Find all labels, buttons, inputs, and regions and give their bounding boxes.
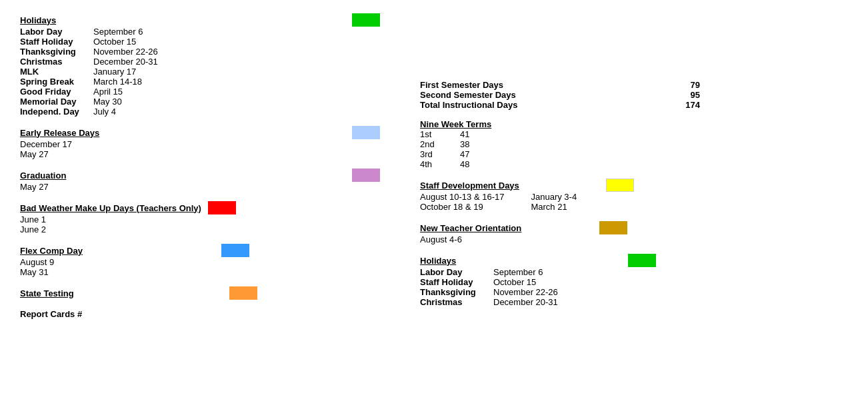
state-testing-color-box (229, 286, 257, 300)
holiday-item-memorial: Memorial Day May 30 (20, 97, 407, 107)
nine-week-terms: 1st 41 2nd 38 3rd 47 4th 48 (420, 129, 860, 169)
right-holidays-title: Holidays (420, 256, 456, 266)
staff-dev-section: Staff Development Days August 10-13 & 16… (420, 179, 860, 212)
staff-dev-col1: August 10-13 & 16-17 October 18 & 19 (420, 192, 504, 212)
right-holiday-christmas: Christmas December 20-31 (420, 297, 860, 307)
new-teacher-dates: August 4-6 (420, 234, 860, 244)
holiday-name: MLK (20, 67, 93, 77)
total-days-label: Total Instructional Days (420, 100, 517, 110)
semester-summary-section: First Semester Days 79 Second Semester D… (420, 80, 860, 110)
early-release-color-box (352, 126, 380, 139)
early-release-date-1: December 17 (20, 139, 407, 149)
staff-dev-color-box (606, 179, 634, 192)
flex-comp-title: Flex Comp Day (20, 246, 83, 256)
holidays-header-row: Holidays (20, 13, 380, 27)
state-testing-section: State Testing (20, 286, 407, 300)
right-holiday-name: Thanksgiving (420, 287, 493, 297)
flex-comp-date-2: May 31 (20, 267, 407, 277)
early-release-header: Early Release Days (20, 126, 380, 139)
right-holidays-items: Labor Day September 6 Staff Holiday Octo… (420, 267, 860, 307)
second-semester-label: Second Semester Days (420, 90, 516, 100)
staff-dev-col2: January 3-4 March 21 (531, 192, 577, 212)
holiday-item-good-friday: Good Friday April 15 (20, 87, 407, 97)
holidays-items: Labor Day September 6 Staff Holiday Octo… (20, 27, 407, 117)
left-column: Holidays Labor Day September 6 Staff Hol… (20, 13, 407, 328)
bad-weather-color-box (208, 201, 236, 214)
new-teacher-color-box (599, 221, 627, 234)
bad-weather-date-1: June 1 (20, 214, 407, 224)
holiday-item-spring: Spring Break March 14-18 (20, 77, 407, 87)
second-semester-row: Second Semester Days 95 (420, 90, 700, 100)
holidays-color-box (352, 13, 380, 27)
term-value-4: 48 (460, 159, 469, 169)
total-days-value: 174 (673, 100, 700, 110)
nine-week-section: Nine Week Terms 1st 41 2nd 38 3rd 47 4th… (420, 119, 860, 169)
holiday-date: October 15 (93, 37, 136, 47)
term-value-1: 41 (460, 129, 469, 139)
holiday-item-staff: Staff Holiday October 15 (20, 37, 407, 47)
bad-weather-dates: June 1 June 2 (20, 214, 407, 234)
holiday-date: November 22-26 (93, 47, 158, 57)
report-cards-label: Report Cards # (20, 309, 407, 319)
term-label-3: 3rd (420, 149, 460, 159)
right-holiday-name: Labor Day (420, 267, 493, 277)
term-label-4: 4th (420, 159, 460, 169)
holiday-name: Staff Holiday (20, 37, 93, 47)
nine-week-term-1: 1st 41 (420, 129, 860, 139)
term-label-1: 1st (420, 129, 460, 139)
holiday-item-mlk: MLK January 17 (20, 67, 407, 77)
holiday-date: July 4 (93, 107, 116, 117)
right-holiday-thanksgiving: Thanksgiving November 22-26 (420, 287, 860, 297)
graduation-color-box (352, 169, 380, 182)
graduation-section: Graduation May 27 (20, 169, 407, 192)
term-label-2: 2nd (420, 139, 460, 149)
new-teacher-section: New Teacher Orientation August 4-6 (420, 221, 860, 244)
staff-dev-date-4: March 21 (531, 202, 577, 212)
staff-dev-header: Staff Development Days (420, 179, 860, 192)
right-holiday-staff: Staff Holiday October 15 (420, 277, 860, 287)
flex-comp-header: Flex Comp Day (20, 244, 407, 257)
holiday-item-christmas: Christmas December 20-31 (20, 57, 407, 67)
holiday-item-labor: Labor Day September 6 (20, 27, 407, 37)
state-testing-title: State Testing (20, 288, 74, 298)
staff-dev-date-1: August 10-13 & 16-17 (420, 192, 504, 202)
first-semester-value: 79 (673, 80, 700, 90)
graduation-header: Graduation (20, 169, 380, 182)
holiday-item-thanksgiving: Thanksgiving November 22-26 (20, 47, 407, 57)
term-value-2: 38 (460, 139, 469, 149)
term-value-3: 47 (460, 149, 469, 159)
new-teacher-header: New Teacher Orientation (420, 221, 860, 234)
holiday-date: December 20-31 (93, 57, 158, 67)
staff-dev-dates: August 10-13 & 16-17 October 18 & 19 Jan… (420, 192, 860, 212)
graduation-title: Graduation (20, 171, 66, 181)
nine-week-term-3: 3rd 47 (420, 149, 860, 159)
right-holiday-date: September 6 (493, 267, 543, 277)
flex-comp-date-1: August 9 (20, 257, 407, 267)
flex-comp-dates: August 9 May 31 (20, 257, 407, 277)
flex-comp-section: Flex Comp Day August 9 May 31 (20, 244, 407, 277)
early-release-section: Early Release Days December 17 May 27 (20, 126, 407, 159)
total-days-row: Total Instructional Days 174 (420, 100, 700, 110)
page-container: Holidays Labor Day September 6 Staff Hol… (20, 13, 848, 328)
early-release-dates: December 17 May 27 (20, 139, 407, 159)
right-holidays-color-box (628, 254, 656, 267)
bad-weather-date-2: June 2 (20, 224, 407, 234)
holidays-section: Holidays Labor Day September 6 Staff Hol… (20, 13, 407, 117)
second-semester-value: 95 (673, 90, 700, 100)
right-holiday-name: Christmas (420, 297, 493, 307)
right-holiday-name: Staff Holiday (420, 277, 493, 287)
holiday-name: Independ. Day (20, 107, 93, 117)
right-holiday-date: November 22-26 (493, 287, 558, 297)
right-holidays-section: Holidays Labor Day September 6 Staff Hol… (420, 254, 860, 307)
nine-week-term-2: 2nd 38 (420, 139, 860, 149)
holiday-date: April 15 (93, 87, 123, 97)
right-holidays-header: Holidays (420, 254, 860, 267)
holiday-name: Good Friday (20, 87, 93, 97)
first-semester-label: First Semester Days (420, 80, 503, 90)
staff-dev-date-3: January 3-4 (531, 192, 577, 202)
holiday-name: Spring Break (20, 77, 93, 87)
holiday-name: Thanksgiving (20, 47, 93, 57)
holiday-name: Christmas (20, 57, 93, 67)
holiday-date: March 14-18 (93, 77, 142, 87)
first-semester-row: First Semester Days 79 (420, 80, 700, 90)
